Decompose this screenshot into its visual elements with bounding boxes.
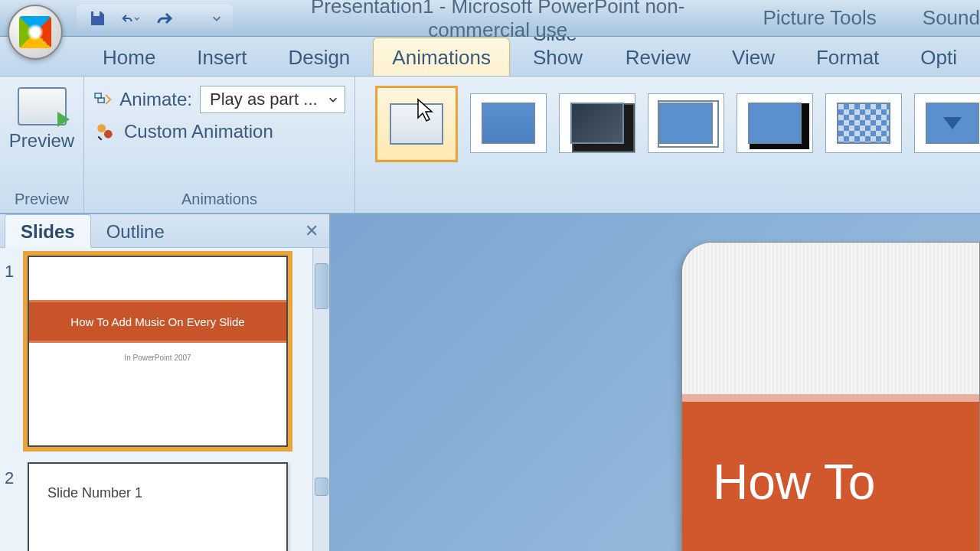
save-icon[interactable]: [87, 8, 107, 28]
slide-1-title: How To Add Music On Every Slide: [29, 300, 286, 343]
ribbon-group-animations: Animate: Play as part ... Custom Animati…: [84, 77, 355, 213]
ribbon-tabs: Home Insert Design Animations Slide Show…: [0, 37, 980, 77]
context-tab-sound[interactable]: Sound: [892, 6, 980, 30]
ribbon-group-preview: Preview Preview: [0, 77, 84, 213]
slide-thumbnail-1[interactable]: How To Add Music On Every Slide In Power…: [28, 256, 288, 447]
tab-review[interactable]: Review: [607, 38, 709, 76]
tab-animations[interactable]: Animations: [373, 37, 510, 76]
custom-animation-label: Custom Animation: [124, 121, 273, 142]
qat-customize-icon[interactable]: [211, 13, 222, 24]
transition-cover-down[interactable]: [914, 93, 980, 153]
main-slide-title[interactable]: How To: [682, 394, 979, 551]
slide-thumbnail-2[interactable]: Slide Number 1: [28, 462, 288, 551]
panel-tab-slides[interactable]: Slides: [5, 214, 91, 248]
quick-access-toolbar: [77, 5, 233, 32]
animate-label: Animate:: [119, 89, 192, 110]
main-slide[interactable]: How To: [681, 242, 980, 551]
context-tab-picture-tools[interactable]: Picture Tools: [732, 6, 891, 30]
transition-uncover[interactable]: [737, 93, 813, 153]
svg-rect-1: [98, 98, 104, 103]
svg-rect-0: [95, 93, 101, 98]
tab-view[interactable]: View: [714, 38, 793, 76]
window-title: Presentation1 - Microsoft PowerPoint non…: [263, 0, 732, 42]
animate-dropdown[interactable]: Play as part ...: [200, 86, 345, 113]
group-label-animations: Animations: [93, 187, 345, 210]
svg-point-2: [97, 124, 106, 132]
slides-panel: Slides Outline ✕ 1 How To Add Music On E…: [0, 214, 331, 551]
title-bar: Presentation1 - Microsoft PowerPoint non…: [0, 0, 980, 37]
slides-scrollbar[interactable]: [312, 248, 329, 551]
transition-cut[interactable]: [559, 93, 635, 153]
tab-format[interactable]: Format: [798, 38, 897, 76]
custom-animation-button[interactable]: Custom Animation: [93, 121, 345, 142]
slide-thumbnail-row: 1 How To Add Music On Every Slide In Pow…: [5, 256, 308, 447]
redo-icon[interactable]: [155, 8, 175, 28]
tab-insert[interactable]: Insert: [178, 38, 265, 76]
panel-tab-outline[interactable]: Outline: [91, 215, 180, 247]
animate-icon: [93, 90, 112, 109]
slide-number: 2: [5, 462, 20, 551]
custom-animation-icon: [93, 122, 116, 142]
tab-home[interactable]: Home: [84, 38, 174, 76]
slide-2-body: Slide Number 1: [47, 485, 142, 501]
panel-tabs: Slides Outline ✕: [0, 214, 329, 248]
animate-dropdown-value: Play as part ...: [210, 90, 318, 109]
scrollbar-thumb[interactable]: [315, 478, 328, 496]
slide-number: 1: [5, 256, 20, 447]
scrollbar-thumb[interactable]: [315, 263, 328, 309]
preview-button[interactable]: Preview: [9, 83, 74, 156]
animate-row: Animate: Play as part ...: [93, 86, 345, 113]
transition-dissolve[interactable]: [825, 93, 902, 153]
workspace: Slides Outline ✕ 1 How To Add Music On E…: [0, 214, 980, 551]
chevron-down-icon[interactable]: [133, 13, 141, 24]
tab-design[interactable]: Design: [270, 38, 368, 76]
ribbon: Preview Preview Animate: Play as part ..…: [0, 77, 980, 214]
transition-gallery: [364, 83, 980, 162]
slide-edit-area[interactable]: How To: [331, 214, 980, 551]
transition-wipe[interactable]: [648, 93, 724, 153]
preview-icon: [18, 87, 67, 126]
panel-close-button[interactable]: ✕: [294, 215, 329, 247]
tab-options[interactable]: Opti: [902, 38, 975, 76]
group-label-preview: Preview: [9, 187, 74, 210]
preview-button-label: Preview: [9, 130, 74, 152]
ribbon-group-transitions: [355, 77, 980, 213]
slide-thumbnail-row: 2 Slide Number 1: [5, 462, 308, 551]
office-logo-icon: [19, 16, 51, 48]
svg-point-3: [104, 130, 113, 139]
undo-icon[interactable]: [121, 8, 141, 28]
main-slide-title-text: How To: [713, 454, 875, 510]
document-name: Presentation1: [311, 0, 433, 18]
app-name: Microsoft PowerPoint non-commercial use: [428, 0, 684, 41]
slides-list: 1 How To Add Music On Every Slide In Pow…: [0, 248, 312, 551]
slide-1-subtitle: In PowerPoint 2007: [124, 354, 191, 362]
transition-none[interactable]: [375, 86, 458, 162]
chevron-down-icon: [328, 94, 338, 105]
main-slide-background: [682, 243, 979, 394]
transition-fade[interactable]: [470, 93, 547, 153]
office-button[interactable]: [8, 5, 63, 60]
